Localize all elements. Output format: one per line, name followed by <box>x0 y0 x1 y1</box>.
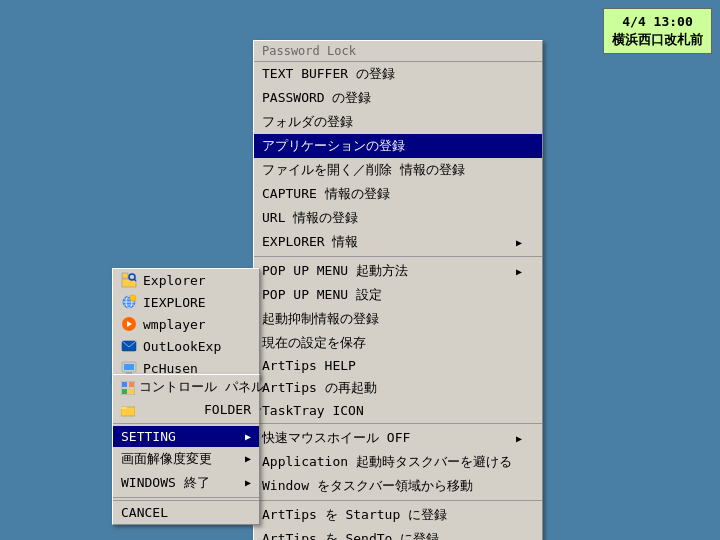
menu-item-explorer-info[interactable]: EXPLORER 情報▶ <box>254 230 542 254</box>
menu-item-app-reg[interactable]: アプリケーションの登録 <box>254 134 542 158</box>
setting-submenu-arrow: ▶ <box>245 431 251 442</box>
cancel-label: CANCEL <box>121 505 168 520</box>
submenu-arrow-3: ▶ <box>516 433 522 444</box>
sub-menu-item-outlookexp[interactable]: OutLookExp <box>113 335 259 357</box>
svg-rect-19 <box>129 382 134 387</box>
bottom-menu-label-screen-res: 画面解像度変更 <box>121 450 212 468</box>
bottom-separator-2 <box>113 497 259 498</box>
menu-item-sendto-add[interactable]: ArtTips を SendTo に登録 <box>254 527 542 540</box>
menu-separator-1 <box>254 256 542 257</box>
menu-item-capture-reg[interactable]: CAPTURE 情報の登録 <box>254 182 542 206</box>
menu-item-text-buffer[interactable]: TEXT BUFFER の登録 <box>254 62 542 86</box>
cancel-button[interactable]: CANCEL <box>113 500 259 524</box>
svg-rect-20 <box>122 389 127 394</box>
menu-item-password-reg[interactable]: PASSWORD の登録 <box>254 86 542 110</box>
windows-end-submenu-arrow: ▶ <box>245 477 251 488</box>
menu-item-window-taskbar[interactable]: Window をタスクバー領域から移動 <box>254 474 542 498</box>
bottom-menu-item-folder[interactable]: FOLDER <box>113 399 259 421</box>
menu-item-fast-scroll[interactable]: 快速マウスホイール OFF▶ <box>254 426 542 450</box>
svg-rect-23 <box>121 407 127 409</box>
sub-menu-label-outlookexp: OutLookExp <box>143 339 221 354</box>
menu-item-url-reg[interactable]: URL 情報の登録 <box>254 206 542 230</box>
menu-item-popup-method[interactable]: POP UP MENU 起動方法▶ <box>254 259 542 283</box>
menu-item-arttips-restart[interactable]: ArtTips の再起動 <box>254 376 542 400</box>
submenu-arrow-2: ▶ <box>516 266 522 277</box>
wmplayer-icon <box>121 316 137 332</box>
svg-point-9 <box>130 295 136 301</box>
clock-location: 横浜西口改札前 <box>612 31 703 49</box>
sub-menu-label-iexplore: IEXPLORE <box>143 295 206 310</box>
control-panel-icon <box>121 379 139 395</box>
bottom-menu-label-control-panel: コントロール パネル <box>139 378 264 396</box>
submenu-arrow: ▶ <box>516 237 522 248</box>
bottom-menu-label-windows-end: WINDOWS 終了 <box>121 474 210 492</box>
sub-menu-label-explorer: Explorer <box>143 273 206 288</box>
bottom-menu-item-screen-res[interactable]: 画面解像度変更 ▶ <box>113 447 259 471</box>
menu-item-arttips-help[interactable]: ArtTips HELP <box>254 355 542 376</box>
menu-item-app-taskbar[interactable]: Application 起動時タスクバーを避ける <box>254 450 542 474</box>
menu-item-startup-reg[interactable]: 起動抑制情報の登録 <box>254 307 542 331</box>
sub-context-menu: Explorer IEXPLORE wmplayer <box>112 268 260 380</box>
folder-icon <box>121 402 139 418</box>
menu-item-folder-reg[interactable]: フォルダの登録 <box>254 110 542 134</box>
clock-date: 4/4 13:00 <box>612 13 703 31</box>
menu-item-tasktray-icon[interactable]: ✓TaskTray ICON <box>254 400 542 421</box>
svg-rect-0 <box>122 273 128 278</box>
outlookexp-icon <box>121 338 137 354</box>
screen-res-submenu-arrow: ▶ <box>245 453 251 464</box>
clock-widget: 4/4 13:00 横浜西口改札前 <box>603 8 712 54</box>
sub-menu-item-wmplayer[interactable]: wmplayer <box>113 313 259 335</box>
sub-menu-item-explorer[interactable]: Explorer <box>113 269 259 291</box>
bottom-menu-item-control-panel[interactable]: コントロール パネル <box>113 375 259 399</box>
main-context-menu: Password Lock TEXT BUFFER の登録 PASSWORD の… <box>253 40 543 540</box>
menu-item-save-setting[interactable]: 現在の設定を保存 <box>254 331 542 355</box>
sub-menu-label-wmplayer: wmplayer <box>143 317 206 332</box>
iexplore-icon <box>121 294 137 310</box>
menu-title: Password Lock <box>254 41 542 62</box>
menu-item-file-reg[interactable]: ファイルを開く／削除 情報の登録 <box>254 158 542 182</box>
svg-rect-21 <box>129 389 134 394</box>
svg-rect-14 <box>124 364 134 370</box>
bottom-menu-label-folder: FOLDER <box>204 402 251 417</box>
bottom-context-menu: コントロール パネル FOLDER SETTING ▶ 画面解像度変更 ▶ WI… <box>112 374 260 525</box>
bottom-menu-item-setting[interactable]: SETTING ▶ <box>113 426 259 447</box>
menu-separator-3 <box>254 500 542 501</box>
bottom-separator-1 <box>113 423 259 424</box>
bottom-menu-item-windows-end[interactable]: WINDOWS 終了 ▶ <box>113 471 259 495</box>
explorer-icon <box>121 272 137 288</box>
menu-item-popup-setting[interactable]: POP UP MENU 設定 <box>254 283 542 307</box>
sub-menu-item-iexplore[interactable]: IEXPLORE <box>113 291 259 313</box>
menu-separator-2 <box>254 423 542 424</box>
menu-item-startup-add[interactable]: ArtTips を Startup に登録 <box>254 503 542 527</box>
svg-rect-18 <box>122 382 127 387</box>
bottom-menu-label-setting: SETTING <box>121 429 176 444</box>
